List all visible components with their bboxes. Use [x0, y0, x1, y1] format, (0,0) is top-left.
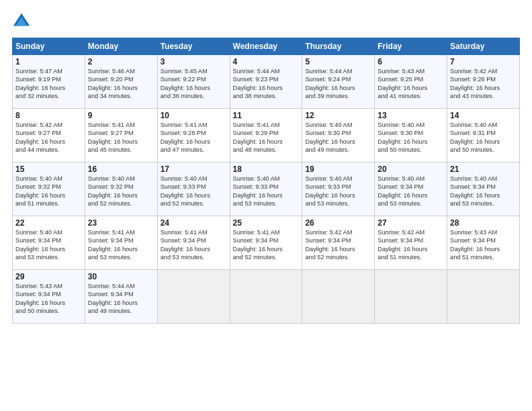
calendar-cell: 19 Sunrise: 5:40 AMSunset: 9:33 PMDaylig… [302, 163, 375, 216]
page: SundayMondayTuesdayWednesdayThursdayFrid… [0, 0, 532, 411]
calendar-cell: 18 Sunrise: 5:40 AMSunset: 9:33 PMDaylig… [230, 163, 302, 216]
day-number: 13 [378, 111, 444, 120]
day-info: Sunrise: 5:45 AMSunset: 9:22 PMDaylight:… [161, 68, 210, 99]
day-info: Sunrise: 5:41 AMSunset: 9:34 PMDaylight:… [88, 229, 138, 261]
day-info: Sunrise: 5:40 AMSunset: 9:31 PMDaylight:… [450, 122, 500, 153]
calendar-cell: 24 Sunrise: 5:41 AMSunset: 9:34 PMDaylig… [157, 216, 230, 270]
day-info: Sunrise: 5:44 AMSunset: 9:24 PMDaylight:… [305, 68, 355, 99]
day-info: Sunrise: 5:46 AMSunset: 9:20 PMDaylight:… [88, 68, 138, 99]
calendar-cell: 15 Sunrise: 5:40 AMSunset: 9:32 PMDaylig… [13, 163, 85, 216]
day-number: 24 [161, 218, 227, 228]
calendar-cell: 17 Sunrise: 5:40 AMSunset: 9:33 PMDaylig… [157, 163, 230, 216]
calendar-cell: 9 Sunrise: 5:41 AMSunset: 9:27 PMDayligh… [85, 109, 157, 163]
day-info: Sunrise: 5:40 AMSunset: 9:33 PMDaylight:… [233, 175, 283, 207]
calendar-cell [230, 270, 302, 324]
day-info: Sunrise: 5:40 AMSunset: 9:32 PMDaylight:… [88, 175, 138, 207]
calendar-cell: 29 Sunrise: 5:43 AMSunset: 9:34 PMDaylig… [13, 270, 85, 324]
calendar-header-sunday: Sunday [13, 38, 85, 55]
day-info: Sunrise: 5:40 AMSunset: 9:34 PMDaylight:… [450, 175, 500, 207]
calendar-header-row: SundayMondayTuesdayWednesdayThursdayFrid… [13, 38, 520, 55]
day-number: 1 [15, 57, 82, 66]
calendar-header-wednesday: Wednesday [230, 38, 302, 55]
day-info: Sunrise: 5:41 AMSunset: 9:34 PMDaylight:… [233, 229, 283, 261]
calendar-cell: 3 Sunrise: 5:45 AMSunset: 9:22 PMDayligh… [157, 55, 230, 109]
calendar-cell: 22 Sunrise: 5:40 AMSunset: 9:34 PMDaylig… [13, 216, 85, 270]
day-number: 25 [233, 218, 300, 228]
calendar-cell: 25 Sunrise: 5:41 AMSunset: 9:34 PMDaylig… [230, 216, 302, 270]
day-number: 17 [161, 165, 227, 174]
day-info: Sunrise: 5:42 AMSunset: 9:34 PMDaylight:… [378, 229, 427, 261]
calendar-cell: 26 Sunrise: 5:42 AMSunset: 9:34 PMDaylig… [302, 216, 375, 270]
day-number: 10 [161, 111, 227, 120]
day-number: 14 [450, 111, 517, 120]
calendar-week-2: 8 Sunrise: 5:42 AMSunset: 9:27 PMDayligh… [13, 109, 520, 163]
day-info: Sunrise: 5:40 AMSunset: 9:30 PMDaylight:… [305, 122, 355, 153]
day-number: 3 [161, 57, 227, 66]
day-number: 8 [15, 111, 82, 120]
calendar-cell: 28 Sunrise: 5:43 AMSunset: 9:34 PMDaylig… [447, 216, 520, 270]
day-number: 20 [378, 165, 444, 174]
logo-icon [12, 12, 31, 31]
day-number: 29 [15, 272, 82, 281]
day-info: Sunrise: 5:42 AMSunset: 9:26 PMDaylight:… [450, 68, 500, 99]
day-number: 2 [88, 57, 154, 66]
calendar-table: SundayMondayTuesdayWednesdayThursdayFrid… [12, 38, 520, 324]
day-number: 15 [15, 165, 82, 174]
day-info: Sunrise: 5:44 AMSunset: 9:34 PMDaylight:… [88, 283, 138, 314]
calendar-cell: 13 Sunrise: 5:40 AMSunset: 9:30 PMDaylig… [375, 109, 447, 163]
day-number: 4 [233, 57, 300, 66]
calendar-cell: 12 Sunrise: 5:40 AMSunset: 9:30 PMDaylig… [302, 109, 375, 163]
calendar-cell: 14 Sunrise: 5:40 AMSunset: 9:31 PMDaylig… [447, 109, 520, 163]
day-number: 6 [378, 57, 444, 66]
calendar-cell [447, 270, 520, 324]
calendar-cell: 6 Sunrise: 5:43 AMSunset: 9:25 PMDayligh… [375, 55, 447, 109]
day-info: Sunrise: 5:40 AMSunset: 9:30 PMDaylight:… [378, 122, 427, 153]
day-number: 28 [450, 218, 517, 228]
calendar-header-thursday: Thursday [302, 38, 375, 55]
day-number: 27 [378, 218, 444, 228]
day-info: Sunrise: 5:41 AMSunset: 9:34 PMDaylight:… [161, 229, 210, 261]
calendar-cell: 5 Sunrise: 5:44 AMSunset: 9:24 PMDayligh… [302, 55, 375, 109]
day-number: 26 [305, 218, 371, 228]
day-number: 30 [88, 272, 154, 281]
day-info: Sunrise: 5:41 AMSunset: 9:27 PMDaylight:… [88, 122, 138, 153]
logo [12, 12, 34, 31]
calendar-header-tuesday: Tuesday [157, 38, 230, 55]
day-info: Sunrise: 5:41 AMSunset: 9:29 PMDaylight:… [233, 122, 283, 153]
calendar-cell: 7 Sunrise: 5:42 AMSunset: 9:26 PMDayligh… [447, 55, 520, 109]
calendar-week-4: 22 Sunrise: 5:40 AMSunset: 9:34 PMDaylig… [13, 216, 520, 270]
calendar-cell: 27 Sunrise: 5:42 AMSunset: 9:34 PMDaylig… [375, 216, 447, 270]
day-info: Sunrise: 5:44 AMSunset: 9:23 PMDaylight:… [233, 68, 283, 99]
day-number: 23 [88, 218, 154, 228]
day-info: Sunrise: 5:41 AMSunset: 9:28 PMDaylight:… [161, 122, 210, 153]
day-number: 22 [15, 218, 82, 228]
calendar-cell: 10 Sunrise: 5:41 AMSunset: 9:28 PMDaylig… [157, 109, 230, 163]
day-number: 19 [305, 165, 371, 174]
day-number: 9 [88, 111, 154, 120]
calendar-header-monday: Monday [85, 38, 157, 55]
day-info: Sunrise: 5:43 AMSunset: 9:34 PMDaylight:… [15, 283, 65, 314]
day-number: 11 [233, 111, 300, 120]
calendar-cell [375, 270, 447, 324]
day-info: Sunrise: 5:43 AMSunset: 9:34 PMDaylight:… [450, 229, 500, 261]
day-number: 21 [450, 165, 517, 174]
day-number: 12 [305, 111, 371, 120]
calendar-cell: 1 Sunrise: 5:47 AMSunset: 9:19 PMDayligh… [13, 55, 85, 109]
day-info: Sunrise: 5:40 AMSunset: 9:33 PMDaylight:… [305, 175, 355, 207]
day-info: Sunrise: 5:40 AMSunset: 9:33 PMDaylight:… [161, 175, 210, 207]
day-info: Sunrise: 5:42 AMSunset: 9:34 PMDaylight:… [305, 229, 355, 261]
day-info: Sunrise: 5:40 AMSunset: 9:34 PMDaylight:… [378, 175, 427, 207]
calendar-cell [302, 270, 375, 324]
calendar-cell: 11 Sunrise: 5:41 AMSunset: 9:29 PMDaylig… [230, 109, 302, 163]
calendar-cell: 20 Sunrise: 5:40 AMSunset: 9:34 PMDaylig… [375, 163, 447, 216]
day-info: Sunrise: 5:42 AMSunset: 9:27 PMDaylight:… [15, 122, 65, 153]
day-info: Sunrise: 5:43 AMSunset: 9:25 PMDaylight:… [378, 68, 427, 99]
calendar-week-3: 15 Sunrise: 5:40 AMSunset: 9:32 PMDaylig… [13, 163, 520, 216]
calendar-cell: 8 Sunrise: 5:42 AMSunset: 9:27 PMDayligh… [13, 109, 85, 163]
calendar-cell: 2 Sunrise: 5:46 AMSunset: 9:20 PMDayligh… [85, 55, 157, 109]
calendar-week-5: 29 Sunrise: 5:43 AMSunset: 9:34 PMDaylig… [13, 270, 520, 324]
day-number: 18 [233, 165, 300, 174]
calendar-week-1: 1 Sunrise: 5:47 AMSunset: 9:19 PMDayligh… [13, 55, 520, 109]
calendar-cell: 30 Sunrise: 5:44 AMSunset: 9:34 PMDaylig… [85, 270, 157, 324]
calendar-cell: 23 Sunrise: 5:41 AMSunset: 9:34 PMDaylig… [85, 216, 157, 270]
